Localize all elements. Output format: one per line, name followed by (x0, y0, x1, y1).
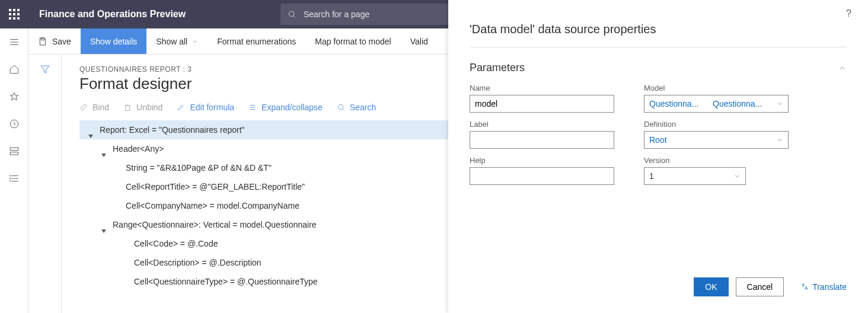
field-label: Definition (644, 120, 789, 129)
svg-marker-5 (10, 92, 18, 100)
search-label: Search (350, 103, 376, 112)
app-launcher-button[interactable] (0, 0, 28, 28)
version-select[interactable]: 1 (644, 167, 746, 185)
translate-label: Translate (812, 282, 847, 292)
cancel-button[interactable]: Cancel (736, 277, 784, 296)
translate-icon (800, 283, 809, 291)
hamburger-icon (9, 37, 20, 47)
definition-select[interactable]: Root (644, 131, 789, 149)
definition-value: Root (649, 135, 667, 145)
svg-rect-17 (126, 106, 130, 110)
clock-icon (9, 119, 20, 129)
properties-panel: ? 'Data model' data source properties Pa… (448, 0, 868, 313)
translate-button[interactable]: Translate (800, 282, 847, 292)
rail-home-button[interactable] (0, 56, 28, 83)
chevron-down-icon (733, 173, 741, 180)
format-enumerations-button[interactable]: Format enumerations (208, 28, 305, 54)
caret-down-icon (101, 152, 107, 158)
tree-row[interactable]: Cell<Code> = @.Code (79, 234, 448, 253)
version-value: 1 (649, 171, 654, 181)
tree-label: Cell<Code> = @.Code (134, 234, 218, 253)
map-format-button[interactable]: Map format to model (305, 28, 400, 54)
svg-marker-26 (101, 154, 106, 157)
list-icon (248, 103, 257, 111)
svg-rect-8 (10, 152, 18, 155)
unbind-label: Unbind (136, 103, 162, 112)
model-select[interactable]: Questionna... Questionna... (644, 95, 789, 113)
svg-point-0 (289, 11, 295, 17)
search-icon (288, 9, 296, 19)
tree-label: Cell<QuestionnaireType> = @.Questionnair… (134, 272, 318, 291)
rail-workspaces-button[interactable] (0, 138, 28, 165)
edit-formula-button[interactable]: Edit formula (177, 103, 234, 112)
workspace-icon (9, 146, 20, 156)
svg-point-23 (338, 104, 343, 109)
field-label: Model (644, 84, 789, 92)
field-label: Label (470, 120, 614, 129)
waffle-icon (9, 9, 20, 20)
tree-row[interactable]: Cell<QuestionnaireType> = @.Questionnair… (79, 272, 448, 291)
rail-menu-button[interactable] (0, 28, 28, 56)
save-icon (38, 37, 47, 46)
field-label: Version (644, 156, 789, 165)
tree-label: Cell<ReportTitle> = @"GER_LABEL:ReportTi… (126, 177, 305, 196)
trash-icon (123, 103, 132, 111)
tree-label: Header<Any> (113, 139, 164, 158)
rail-modules-button[interactable] (0, 165, 28, 192)
show-all-button[interactable]: Show all (146, 28, 208, 54)
svg-line-1 (293, 15, 295, 17)
format-enum-label: Format enumerations (217, 37, 296, 46)
help-input[interactable] (470, 167, 614, 185)
breadcrumb: QUESTIONNAIRES REPORT : 3 (79, 65, 448, 74)
validate-label: Valid (410, 37, 428, 46)
model-value-2: Questionna... (713, 99, 762, 108)
search-button[interactable]: Search (337, 103, 376, 112)
tree-label: Cell<Description> = @.Description (134, 253, 261, 272)
section-header-parameters[interactable]: Parameters (470, 62, 847, 74)
svg-marker-27 (101, 229, 106, 233)
help-button[interactable]: ? (846, 8, 851, 19)
svg-rect-15 (41, 38, 44, 40)
tree-row[interactable]: String = "&R&10Page &P of &N &D &T" (79, 158, 448, 177)
bind-button[interactable]: Bind (79, 103, 109, 112)
tree-label: Cell<CompanyName> = model.CompanyName (126, 196, 299, 215)
star-icon (9, 91, 20, 102)
save-button[interactable]: Save (28, 28, 81, 54)
show-details-label: Show details (90, 37, 137, 46)
tree-row[interactable]: Report: Excel = "Questionnaires report" (79, 120, 448, 139)
rail-recent-button[interactable] (0, 110, 28, 138)
field-label: Name (470, 84, 614, 92)
filter-icon (40, 64, 50, 75)
save-label: Save (52, 37, 71, 46)
expand-collapse-button[interactable]: Expand/collapse (248, 103, 323, 112)
tree-row[interactable]: Cell<CompanyName> = model.CompanyName (79, 196, 448, 215)
validate-button[interactable]: Valid (401, 28, 438, 54)
edit-formula-label: Edit formula (190, 103, 234, 112)
tree-row[interactable]: Range<Questionnaire>: Vertical = model.Q… (79, 215, 448, 234)
unbind-button[interactable]: Unbind (123, 103, 162, 112)
tree-row[interactable]: Cell<Description> = @.Description (79, 253, 448, 272)
tree-row[interactable]: Header<Any> (79, 139, 448, 158)
home-icon (9, 64, 20, 75)
chevron-down-icon (776, 136, 783, 143)
svg-point-12 (9, 175, 11, 177)
name-input[interactable] (470, 95, 614, 113)
left-rail (0, 28, 28, 313)
app-title: Finance and Operations Preview (39, 9, 186, 20)
link-icon (79, 103, 88, 111)
label-input[interactable] (470, 131, 614, 149)
rail-favorites-button[interactable] (0, 83, 28, 110)
list-icon (9, 173, 20, 184)
tree-row[interactable]: Cell<ReportTitle> = @"GER_LABEL:ReportTi… (79, 177, 448, 196)
filter-column[interactable] (28, 55, 62, 313)
svg-marker-16 (41, 66, 49, 73)
search-icon (337, 103, 345, 111)
bind-label: Bind (92, 103, 109, 112)
svg-rect-7 (10, 148, 18, 151)
show-details-button[interactable]: Show details (81, 28, 146, 54)
tree-label: Range<Questionnaire>: Vertical = model.Q… (113, 215, 317, 234)
chevron-up-icon (838, 64, 847, 72)
edit-icon (177, 103, 185, 111)
svg-point-13 (9, 178, 11, 179)
ok-button[interactable]: OK (694, 277, 728, 296)
